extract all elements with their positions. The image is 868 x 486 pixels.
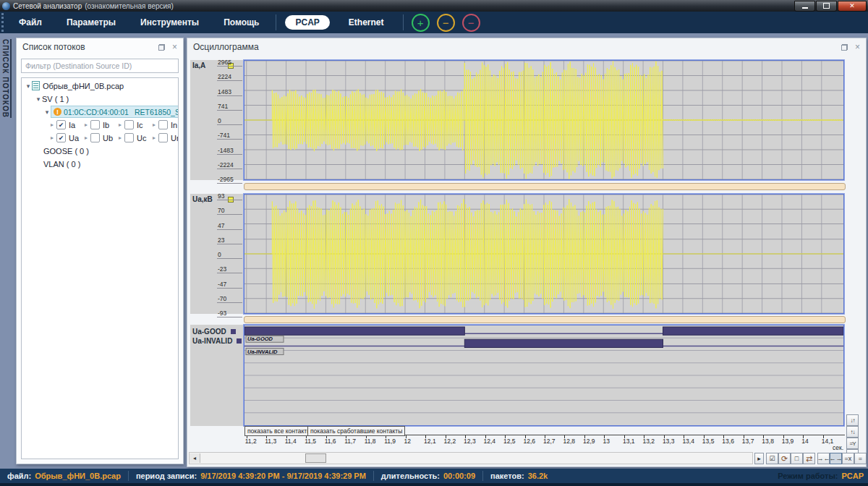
- x-scale-button-5[interactable]: →←: [817, 453, 830, 464]
- float-panel-icon[interactable]: [841, 44, 848, 51]
- channel-checkbox-ib[interactable]: [90, 120, 100, 129]
- pause-capture-button[interactable]: −: [437, 14, 455, 32]
- time-tick-label: 11,3: [265, 438, 276, 445]
- x-scale-button-3[interactable]: □: [791, 453, 803, 464]
- status-item-2: длительность:00:00:09: [374, 469, 482, 483]
- chart-ia-plot[interactable]: [244, 60, 844, 180]
- digital-label-ua-invalid: Ua-INVALID: [190, 336, 244, 346]
- show-triggered-contacts-button[interactable]: показать сработавшие контакты: [307, 426, 405, 436]
- legend-square-icon: [231, 329, 236, 334]
- x-scale-button-1[interactable]: ☑: [766, 453, 778, 464]
- channel-checkbox-uc[interactable]: [124, 133, 134, 142]
- scroll-left-arrow-icon[interactable]: ◂: [190, 453, 200, 463]
- channel-checkbox-ub[interactable]: [90, 133, 100, 142]
- y-scale-button-2[interactable]: =Y: [846, 438, 859, 449]
- float-panel-icon[interactable]: [158, 44, 165, 51]
- chart-ia-name: Ia,A: [192, 61, 205, 69]
- mode-tabs: PCAPEthernet: [281, 15, 398, 30]
- x-scale-button-8[interactable]: =: [854, 453, 867, 464]
- x-scale-button-2[interactable]: ⟳: [778, 453, 791, 464]
- close-panel-icon[interactable]: ×: [172, 43, 177, 51]
- minimize-button[interactable]: [794, 1, 815, 12]
- scrollbar-thumb[interactable]: [305, 453, 326, 463]
- y-scale-button-0[interactable]: ↓↑: [846, 414, 859, 426]
- x-scale-button-7[interactable]: =x: [842, 453, 854, 464]
- channel-checkbox-ia[interactable]: ✔: [56, 120, 66, 129]
- channel-checkbox-ic[interactable]: [124, 120, 134, 129]
- channel-item-un: ▸Un: [153, 133, 179, 142]
- y-tick-label: 0: [217, 117, 242, 125]
- maximize-button[interactable]: [816, 1, 837, 12]
- tree-row-stream[interactable]: ▾ ! 01:0C:CD:04:00:01 RET61850_SV1 | 36,…: [22, 106, 178, 117]
- status-label: период записи:: [136, 472, 197, 480]
- tree-row-goose[interactable]: GOOSE ( 0 ): [22, 145, 178, 156]
- y-tick-label: -2965: [217, 176, 242, 184]
- horizontal-scrollbar[interactable]: ◂: [189, 452, 753, 464]
- app-icon: [2, 2, 10, 10]
- channel-item-ua: ▸✔Ua: [51, 133, 85, 142]
- tree-sv-label: SV ( 1 ): [42, 95, 69, 103]
- x-scale-button-0[interactable]: ▸: [754, 453, 764, 464]
- menu-item-2[interactable]: Инструменты: [128, 17, 211, 27]
- menu-item-1[interactable]: Параметры: [54, 17, 128, 27]
- menu-item-0[interactable]: Файл: [7, 17, 54, 27]
- close-button[interactable]: ✕: [838, 1, 867, 12]
- stream-row-selected[interactable]: ! 01:0C:CD:04:00:01 RET61850_SV1 | 36,2k: [51, 106, 179, 118]
- channel-checkbox-in[interactable]: [158, 120, 168, 129]
- expand-arrow-icon[interactable]: ▸: [51, 135, 56, 141]
- status-label: файл:: [7, 472, 31, 480]
- chart-ua-plot[interactable]: [244, 194, 844, 314]
- close-panel-icon[interactable]: ×: [855, 43, 860, 51]
- chart-digital: Ua-GOOD Ua-INVALID Ua-GOODUa-INVALID: [190, 325, 844, 426]
- expand-arrow-icon[interactable]: ▸: [51, 122, 56, 128]
- digital-plot[interactable]: Ua-GOODUa-INVALID: [244, 325, 844, 426]
- status-value: 9/17/2019 4:39:20 PM - 9/17/2019 4:39:29…: [200, 472, 366, 480]
- x-scale-button-6[interactable]: ←→: [830, 453, 842, 464]
- y-tick-label: 47: [217, 222, 242, 230]
- channel-checkbox-ua[interactable]: ✔: [56, 133, 66, 142]
- maximize-icon: [823, 3, 830, 9]
- mode-tab-ethernet[interactable]: Ethernet: [339, 15, 394, 30]
- stream-list-header: Список потоков ×: [17, 38, 183, 56]
- stop-capture-button[interactable]: −: [462, 14, 480, 32]
- expand-arrow-icon[interactable]: ▸: [119, 122, 124, 128]
- expand-arrow-icon[interactable]: ▸: [85, 135, 90, 141]
- tree-row-file[interactable]: ▾ Обрыв_фНИ_0В.pcap: [22, 80, 178, 91]
- status-label: пакетов:: [490, 472, 524, 480]
- y-tick-label: 70: [217, 207, 242, 215]
- pan-overview-bar[interactable]: [244, 316, 846, 323]
- stream-list-vertical-tab[interactable]: СПИСОК ПОТОКОВ: [0, 33, 13, 467]
- mode-tab-pcap[interactable]: PCAP: [285, 15, 329, 30]
- status-item-3: пакетов:36.2k: [483, 469, 555, 483]
- pan-overview-bar[interactable]: [244, 183, 846, 190]
- expand-arrow-icon[interactable]: ▸: [119, 135, 124, 141]
- time-tick-label: 13: [603, 438, 609, 445]
- svg-text:Ua-GOOD: Ua-GOOD: [247, 336, 273, 342]
- expand-arrow-icon[interactable]: ▸: [153, 122, 158, 128]
- channel-checkbox-un[interactable]: [158, 133, 168, 142]
- y-tick-label: -741: [217, 132, 242, 140]
- expand-arrow-icon[interactable]: ▸: [153, 135, 158, 141]
- expand-arrow-icon[interactable]: ▾: [25, 82, 32, 90]
- channel-item-ia: ▸✔Ia: [51, 120, 85, 129]
- start-capture-button[interactable]: +: [412, 14, 430, 32]
- show-all-contacts-button[interactable]: показать все контакты: [244, 426, 314, 436]
- y-scale-button-1[interactable]: ↑↓: [846, 426, 859, 438]
- digital-label-ua-good: Ua-GOOD: [190, 327, 244, 336]
- toolbar-grip-icon[interactable]: [1, 13, 7, 32]
- expand-arrow-icon[interactable]: ▾: [43, 108, 51, 116]
- time-tick-label: 13,8: [762, 438, 774, 445]
- tree-row-sv[interactable]: ▾ SV ( 1 ): [22, 93, 178, 104]
- x-scale-button-4[interactable]: ⇄: [803, 453, 815, 464]
- window-edition: (ознакомительная версия): [85, 2, 174, 10]
- menu-item-3[interactable]: Помощь: [211, 17, 271, 27]
- channel-item-ib: ▸Ib: [85, 120, 119, 129]
- stream-name: RET61850_SV1: [135, 108, 179, 116]
- work-mode: Режим работы: PCAP: [778, 472, 868, 480]
- stream-filter-input[interactable]: [21, 59, 179, 73]
- oscillogram-title: Осциллограмма: [193, 42, 259, 52]
- expand-arrow-icon[interactable]: ▾: [35, 95, 42, 103]
- expand-arrow-icon[interactable]: ▸: [85, 122, 90, 128]
- title-bar: Сетевой анализатор (ознакомительная верс…: [0, 0, 868, 12]
- tree-row-vlan[interactable]: VLAN ( 0 ): [22, 158, 178, 169]
